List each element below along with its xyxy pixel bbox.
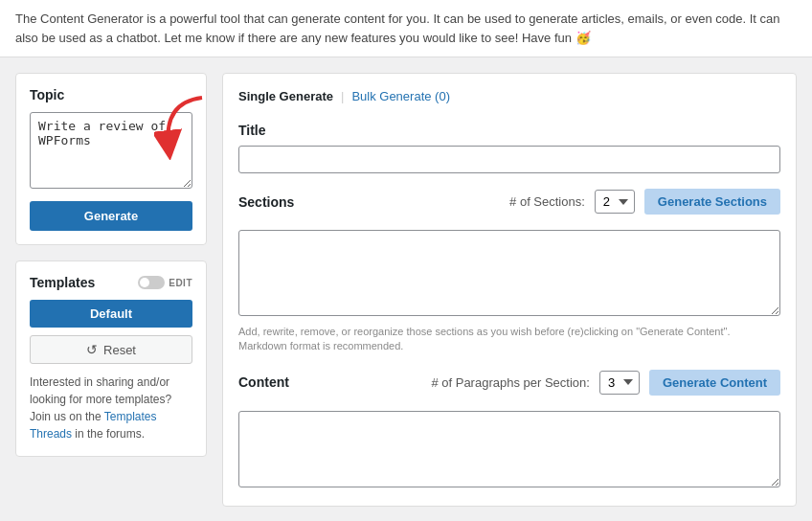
content-count-label: # of Paragraphs per Section: bbox=[431, 375, 590, 390]
title-input[interactable] bbox=[238, 146, 780, 173]
sections-section-label: Sections bbox=[238, 194, 294, 210]
topic-textarea[interactable] bbox=[30, 112, 192, 189]
title-section: Title bbox=[238, 123, 780, 189]
content-controls: # of Paragraphs per Section: 1 2 3 4 5 G… bbox=[431, 370, 780, 396]
panel-tabs: Single Generate | Bulk Generate (0) bbox=[238, 89, 780, 103]
reset-label: Reset bbox=[103, 343, 136, 357]
topic-wrapper bbox=[30, 112, 192, 192]
tab-bulk-generate[interactable]: Bulk Generate (0) bbox=[351, 89, 450, 103]
templates-header: Templates EDIT bbox=[30, 275, 192, 290]
topic-title: Topic bbox=[30, 87, 192, 102]
content-section-row: Content # of Paragraphs per Section: 1 2… bbox=[238, 370, 780, 396]
sections-section: Sections # of Sections: 1 2 3 4 5 Genera… bbox=[238, 189, 780, 354]
tab-single-generate[interactable]: Single Generate bbox=[238, 89, 333, 103]
right-panel: Single Generate | Bulk Generate (0) Titl… bbox=[222, 73, 797, 507]
reset-button[interactable]: ↺ Reset bbox=[30, 335, 192, 364]
toggle-edit-wrapper[interactable]: EDIT bbox=[138, 276, 192, 289]
banner-text: The Content Generator is a powerful tool… bbox=[15, 11, 780, 45]
templates-info-text2: in the forums. bbox=[72, 427, 145, 441]
content-section-label: Content bbox=[238, 374, 289, 390]
templates-info: Interested in sharing and/or looking for… bbox=[30, 374, 192, 442]
default-template-button[interactable]: Default bbox=[30, 300, 192, 328]
content-section: Content # of Paragraphs per Section: 1 2… bbox=[238, 370, 780, 490]
generate-sections-button[interactable]: Generate Sections bbox=[644, 189, 780, 215]
sections-controls: # of Sections: 1 2 3 4 5 Generate Sectio… bbox=[509, 189, 780, 215]
templates-title: Templates bbox=[30, 275, 95, 290]
sidebar: Topic Generate bbox=[15, 73, 207, 457]
generate-button[interactable]: Generate bbox=[30, 201, 192, 231]
title-section-label: Title bbox=[238, 123, 780, 138]
reset-icon: ↺ bbox=[86, 342, 98, 357]
sections-textarea[interactable] bbox=[238, 230, 780, 316]
sections-section-row: Sections # of Sections: 1 2 3 4 5 Genera… bbox=[238, 189, 780, 215]
tab-separator: | bbox=[341, 89, 344, 103]
topic-card: Topic Generate bbox=[15, 73, 207, 245]
content-count-select[interactable]: 1 2 3 4 5 bbox=[599, 371, 640, 395]
content-textarea[interactable] bbox=[238, 411, 780, 487]
toggle-switch[interactable] bbox=[138, 276, 165, 289]
templates-card: Templates EDIT Default ↺ Reset Intereste… bbox=[15, 260, 207, 457]
edit-label: EDIT bbox=[169, 278, 192, 288]
sections-count-label: # of Sections: bbox=[509, 194, 585, 209]
sections-hint: Add, rewrite, remove, or reorganize thos… bbox=[238, 325, 780, 354]
top-banner: The Content Generator is a powerful tool… bbox=[0, 0, 812, 57]
sections-count-select[interactable]: 1 2 3 4 5 bbox=[595, 190, 635, 214]
generate-content-button[interactable]: Generate Content bbox=[649, 370, 780, 396]
